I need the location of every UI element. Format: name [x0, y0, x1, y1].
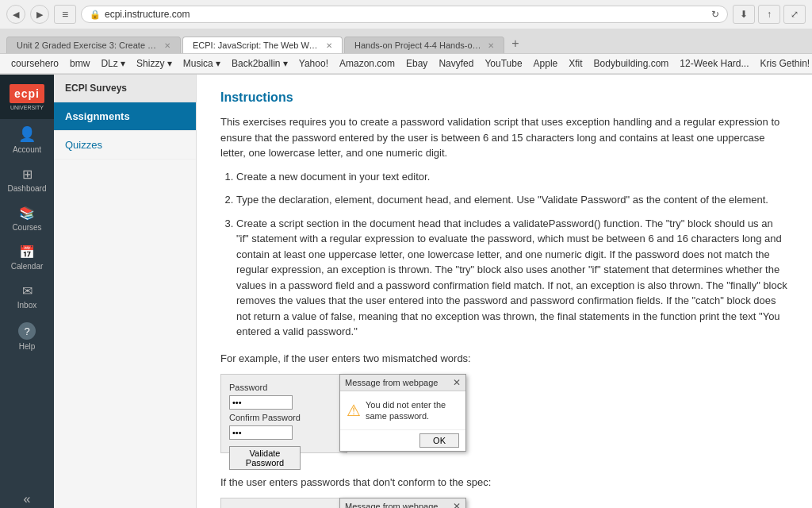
bookmark-ebay[interactable]: Ebay	[401, 56, 432, 71]
sidebar-item-account[interactable]: 👤 Account	[0, 119, 54, 160]
sidebar-item-help[interactable]: ? Help	[0, 316, 54, 357]
bookmark-bmw[interactable]: bmw	[65, 56, 94, 71]
lock-icon: 🔒	[90, 10, 101, 20]
form1-validate-button[interactable]: Validate Password	[229, 446, 301, 470]
expand-button[interactable]: ⤢	[783, 5, 806, 24]
list-item-2: Type the declaration, element, document …	[236, 192, 788, 208]
sidebar-item-inbox[interactable]: ✉ Inbox	[0, 277, 54, 316]
dialog1-close[interactable]: ✕	[453, 377, 461, 388]
bookmark-bodybuilding[interactable]: Bodybuilding.com	[589, 56, 674, 71]
bookmark-dlz[interactable]: DLz ▾	[96, 56, 130, 71]
sidebar-item-courses[interactable]: 📚 Courses	[0, 199, 54, 238]
bookmarks-bar: coursehero bmw DLz ▾ Shizzy ▾ Musica ▾ B…	[0, 54, 812, 74]
forward-button[interactable]: ▶	[30, 5, 49, 24]
sidebar-item-label-inbox: Inbox	[17, 301, 36, 310]
main-content: Instructions This exercises requires you…	[197, 75, 812, 508]
bookmark-youtube[interactable]: YouTube	[480, 56, 527, 71]
menu-button[interactable]: ≡	[54, 5, 76, 24]
course-nav-item-assignments[interactable]: Assignments	[54, 102, 196, 131]
dialog1-footer: OK	[340, 429, 465, 451]
example2-container: Password Confirm Password Validate Passw…	[220, 498, 466, 509]
help-icon: ?	[18, 322, 36, 340]
bookmark-kris[interactable]: Kris Gethin!	[756, 56, 813, 71]
tabs-bar: Unit 2 Graded Exercise 3: Create a Passw…	[0, 29, 812, 54]
sidebar-collapse-button[interactable]: «	[21, 486, 34, 508]
back-button[interactable]: ◀	[6, 5, 25, 24]
reload-icon[interactable]: ↻	[711, 9, 719, 20]
course-nav: ECPI Surveys Assignments Quizzes	[54, 75, 197, 508]
bookmark-navyfed[interactable]: Navyfed	[434, 56, 478, 71]
form1-confirm-input[interactable]	[229, 425, 293, 440]
form1-confirm-label: Confirm Password	[229, 413, 339, 422]
bookmark-musica[interactable]: Musica ▾	[178, 56, 225, 71]
browser-toolbar: ◀ ▶ ≡ 🔒 ecpi.instructure.com ↻ ⬇ ↑ ⤢	[0, 0, 812, 29]
bookmark-apple[interactable]: Apple	[529, 56, 563, 71]
inbox-icon: ✉	[22, 283, 33, 298]
dialog2: Message from webpage ✕ ⚠ You did not ent…	[339, 498, 466, 509]
dialog2-title: Message from webpage	[345, 502, 438, 509]
form1-password-input[interactable]	[229, 395, 293, 410]
bookmark-yahoo[interactable]: Yahoo!	[294, 56, 333, 71]
share-button[interactable]: ↑	[758, 5, 780, 24]
warning-icon-1: ⚠	[347, 401, 361, 420]
dialog2-close[interactable]: ✕	[453, 501, 461, 509]
instructions-intro: This exercises requires you to create a …	[220, 114, 788, 161]
new-tab-button[interactable]: +	[506, 34, 525, 53]
sidebar-item-label-account: Account	[13, 145, 41, 154]
download-button[interactable]: ⬇	[733, 5, 755, 24]
bookmark-back2ballin[interactable]: Back2ballin ▾	[227, 56, 293, 71]
tab-2-label: ECPI: JavaScript: The Web Warrior Series	[193, 40, 320, 50]
course-nav-item-quizzes[interactable]: Quizzes	[54, 131, 196, 160]
bookmark-12week[interactable]: 12-Week Hard...	[675, 56, 753, 71]
browser-chrome: ◀ ▶ ≡ 🔒 ecpi.instructure.com ↻ ⬇ ↑ ⤢ Uni…	[0, 0, 812, 75]
sidebar-item-label-help: Help	[19, 342, 36, 351]
dialog1-title: Message from webpage	[345, 378, 438, 387]
calendar-icon: 📅	[19, 244, 35, 260]
app-body: ecpi UNIVERSITY 👤 Account ⊞ Dashboard 📚 …	[0, 75, 812, 508]
sidebar-item-label-calendar: Calendar	[11, 262, 44, 271]
list-item-3: Create a script section in the document …	[236, 216, 788, 340]
tab-3-close[interactable]: ✕	[488, 41, 494, 50]
dialog1-body: ⚠ You did not enter the same password.	[340, 391, 465, 430]
logo-university-text: UNIVERSITY	[10, 105, 44, 110]
browser-actions: ⬇ ↑ ⤢	[733, 5, 806, 24]
sidebar: ecpi UNIVERSITY 👤 Account ⊞ Dashboard 📚 …	[0, 75, 54, 508]
dialog1-ok-button[interactable]: OK	[419, 433, 459, 448]
dialog1-message: You did not enter the same password.	[366, 399, 459, 422]
bookmark-shizzy[interactable]: Shizzy ▾	[132, 56, 177, 71]
tab-2-close[interactable]: ✕	[326, 41, 332, 50]
address-bar: 🔒 ecpi.instructure.com ↻	[81, 6, 728, 23]
example1-label: For example, if the user enters two mism…	[220, 352, 788, 364]
dialog2-titlebar: Message from webpage ✕	[340, 498, 465, 509]
tab-1[interactable]: Unit 2 Graded Exercise 3: Create a Passw…	[6, 37, 181, 53]
course-title: ECPI Surveys	[54, 75, 196, 102]
sidebar-logo: ecpi UNIVERSITY	[0, 75, 54, 119]
list-item-1: Create a new document in your text edito…	[236, 169, 788, 185]
bookmark-xfit[interactable]: Xfit	[564, 56, 587, 71]
example1-form: Password Confirm Password Validate Passw…	[220, 374, 347, 453]
sidebar-item-label-courses: Courses	[12, 223, 41, 232]
tab-3[interactable]: Hands-on Project 4-4 Hands-on Project 4-…	[344, 37, 504, 53]
tab-2[interactable]: ECPI: JavaScript: The Web Warrior Series…	[182, 37, 343, 53]
courses-icon: 📚	[19, 206, 35, 221]
tab-3-label: Hands-on Project 4-4 Hands-on Project 4-…	[354, 40, 481, 50]
example1-container: Password Confirm Password Validate Passw…	[220, 374, 466, 457]
tab-1-close[interactable]: ✕	[164, 41, 170, 50]
sidebar-item-calendar[interactable]: 📅 Calendar	[0, 238, 54, 277]
form1: Password Confirm Password Validate Passw…	[229, 383, 339, 470]
bookmark-amazon[interactable]: Amazon.com	[335, 56, 400, 71]
sidebar-item-dashboard[interactable]: ⊞ Dashboard	[0, 160, 54, 199]
tab-1-label: Unit 2 Graded Exercise 3: Create a Passw…	[17, 40, 158, 50]
example2-form: Password Confirm Password Validate Passw…	[220, 498, 347, 509]
collapse-icon: «	[24, 492, 31, 506]
form1-password-label: Password	[229, 383, 339, 392]
sidebar-bottom: «	[21, 486, 34, 508]
example2-label: If the user enters passwords that don't …	[220, 476, 788, 488]
ecpi-logo: ecpi	[10, 84, 44, 103]
instructions-list: Create a new document in your text edito…	[220, 169, 788, 340]
instructions-title: Instructions	[220, 90, 788, 105]
bookmark-coursehero[interactable]: coursehero	[6, 56, 63, 71]
account-icon: 👤	[18, 125, 36, 143]
logo-ecpi-text: ecpi	[14, 87, 40, 100]
sidebar-item-label-dashboard: Dashboard	[8, 184, 47, 193]
